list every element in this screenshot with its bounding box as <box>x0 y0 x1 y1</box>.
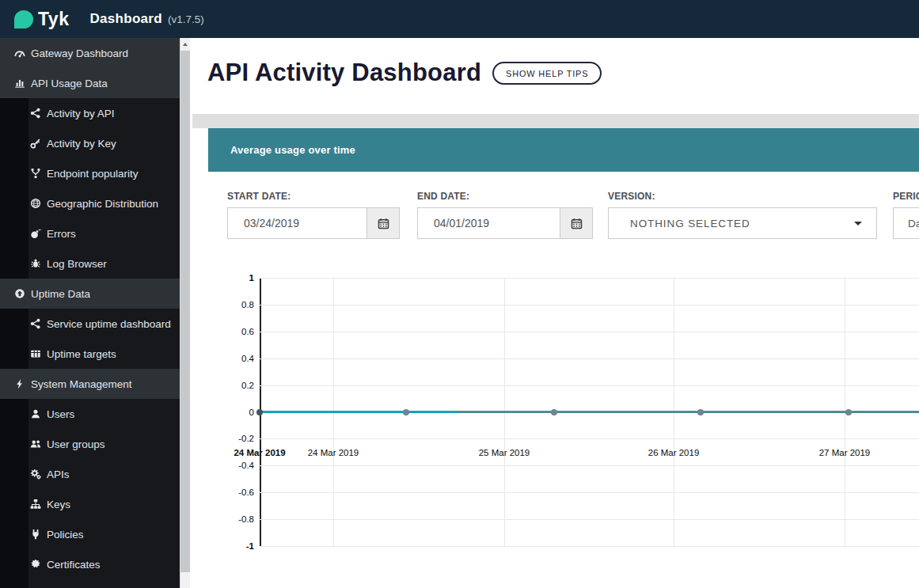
y-axis-tick-label: -0.8 <box>208 513 254 525</box>
show-help-tips-button[interactable]: SHOW HELP TIPS <box>492 62 602 85</box>
table-icon <box>30 348 41 359</box>
tyk-logo[interactable]: Tyk <box>0 9 69 30</box>
share-nodes-icon <box>30 108 41 119</box>
bar-chart-icon <box>14 78 25 89</box>
y-axis-tick-label: 0.4 <box>208 352 254 365</box>
x-axis-tick-label: 26 Mar 2019 <box>648 448 700 457</box>
data-point <box>551 409 557 415</box>
end-date-calendar-button[interactable] <box>560 207 593 239</box>
x-axis-tick-label: 27 Mar 2019 <box>819 448 871 457</box>
y-axis-tick-label: 0.2 <box>208 379 254 392</box>
series-line <box>260 411 457 413</box>
sidebar-item-label: System Management <box>31 378 132 390</box>
sidebar-item-system-management[interactable]: System Management <box>0 369 180 399</box>
sidebar-item-log-browser[interactable]: Log Browser <box>0 248 180 279</box>
y-axis-tick-label: 0.8 <box>208 298 254 311</box>
sidebar-item-certificates[interactable]: Certificates <box>0 549 180 579</box>
x-axis-tick-label: 24 Mar 2019 <box>308 448 359 457</box>
sidebar-item-keys[interactable]: Keys <box>0 489 180 519</box>
sidebar-item-label: User groups <box>47 438 105 450</box>
users-icon <box>30 438 41 450</box>
period-select-value: Daily <box>908 218 919 230</box>
gridline-horizontal <box>260 519 919 520</box>
x-axis-tick-label: 25 Mar 2019 <box>479 448 530 457</box>
average-usage-panel: Average usage over time START DATE: END … <box>208 128 919 588</box>
calendar-icon <box>378 218 389 230</box>
start-date-label: START DATE: <box>227 191 291 202</box>
sidebar-item-label: Users <box>47 408 74 420</box>
sidebar-item-geographic-distribution[interactable]: Geographic Distribution <box>0 188 180 218</box>
main-content: API Activity Dashboard SHOW HELP TIPS Av… <box>190 38 919 588</box>
sidebar-item-label: API Usage Data <box>31 78 108 89</box>
bolt-icon <box>14 378 25 389</box>
gridline-horizontal <box>260 546 919 547</box>
plug-icon <box>30 529 41 540</box>
product-version: (v1.7.5) <box>168 13 204 25</box>
y-axis-tick-label: -1 <box>208 540 254 552</box>
sidebar-item-label: Service uptime dashboard <box>47 318 171 330</box>
y-axis-tick-label: -0.4 <box>208 459 254 472</box>
start-date-input[interactable]: 03/24/2019 <box>227 207 366 239</box>
sidebar-item-label: Policies <box>47 529 84 541</box>
certificate-icon <box>30 559 41 570</box>
panel-title: Average usage over time <box>208 128 919 172</box>
sidebar-item-label: Uptime targets <box>47 348 116 360</box>
code-fork-icon <box>30 168 41 179</box>
period-label: PERIOD: <box>893 191 919 202</box>
sidebar-nav: Gateway DashboardAPI Usage DataActivity … <box>0 38 190 588</box>
page-background-strip <box>192 114 919 128</box>
sidebar-item-label: Certificates <box>47 559 101 571</box>
sidebar-item-uptime-data[interactable]: Uptime Data <box>0 279 180 309</box>
usage-line-chart <box>260 278 919 546</box>
key-icon <box>30 138 41 149</box>
gauge-icon <box>14 47 25 59</box>
y-axis-tick-label: 0 <box>208 406 254 419</box>
sidebar-item-user-groups[interactable]: User groups <box>0 429 180 459</box>
sidebar-item-endpoint-popularity[interactable]: Endpoint popularity <box>0 158 180 188</box>
sidebar-item-apis[interactable]: APIs <box>0 459 180 489</box>
period-select[interactable]: Daily <box>893 207 919 239</box>
y-axis-tick-label: 0.6 <box>208 325 254 338</box>
y-axis-tick-label: -0.2 <box>208 432 254 445</box>
gridline-horizontal <box>260 465 919 466</box>
version-select[interactable]: NOTHING SELECTED <box>608 207 877 239</box>
sidebar-item-users[interactable]: Users <box>0 399 180 429</box>
version-label: VERSION: <box>608 191 655 202</box>
cogs-icon <box>30 469 41 480</box>
sidebar-scrollbar[interactable] <box>180 38 190 588</box>
brand-name: Tyk <box>38 9 69 30</box>
gridline-horizontal <box>260 438 919 439</box>
scrollbar-thumb[interactable] <box>180 51 190 572</box>
sidebar-item-activity-by-api[interactable]: Activity by API <box>0 98 180 128</box>
sidebar-item-label: Geographic Distribution <box>47 198 158 210</box>
sidebar-item-errors[interactable]: Errors <box>0 218 180 248</box>
sidebar-item-label: Endpoint popularity <box>47 168 139 180</box>
gridline-horizontal <box>260 278 919 279</box>
data-point <box>845 409 852 415</box>
y-axis-tick-label: -0.6 <box>208 486 254 499</box>
end-date-label: END DATE: <box>417 191 469 202</box>
tyk-logo-icon <box>14 10 33 28</box>
sidebar-item-label: Gateway Dashboard <box>31 47 128 59</box>
sidebar-item-activity-by-key[interactable]: Activity by Key <box>0 128 180 158</box>
data-point <box>403 409 409 415</box>
sidebar-item-gateway-dashboard[interactable]: Gateway Dashboard <box>0 38 180 68</box>
end-date-input[interactable]: 04/01/2019 <box>417 207 560 239</box>
gridline-horizontal <box>260 332 919 332</box>
sidebar-item-service-uptime-dashboard[interactable]: Service uptime dashboard <box>0 309 180 339</box>
sidebar-item-policies[interactable]: Policies <box>0 519 180 549</box>
start-date-group: 03/24/2019 <box>227 207 400 239</box>
start-date-calendar-button[interactable] <box>366 207 400 239</box>
sidebar-item-uptime-targets[interactable]: Uptime targets <box>0 339 180 369</box>
gridline-horizontal <box>260 492 919 493</box>
scrollbar-up-arrow-icon[interactable] <box>180 38 190 51</box>
sidebar-item-label: Keys <box>47 499 70 510</box>
gridline-horizontal <box>260 358 919 359</box>
version-select-value: NOTHING SELECTED <box>630 218 750 230</box>
gridline-horizontal <box>260 385 919 386</box>
sitemap-icon <box>30 499 41 510</box>
x-axis-tick-label: 24 Mar 2019 <box>234 448 285 457</box>
sidebar-item-api-usage-data[interactable]: API Usage Data <box>0 68 180 98</box>
globe-icon <box>30 198 41 209</box>
user-icon <box>30 408 41 419</box>
